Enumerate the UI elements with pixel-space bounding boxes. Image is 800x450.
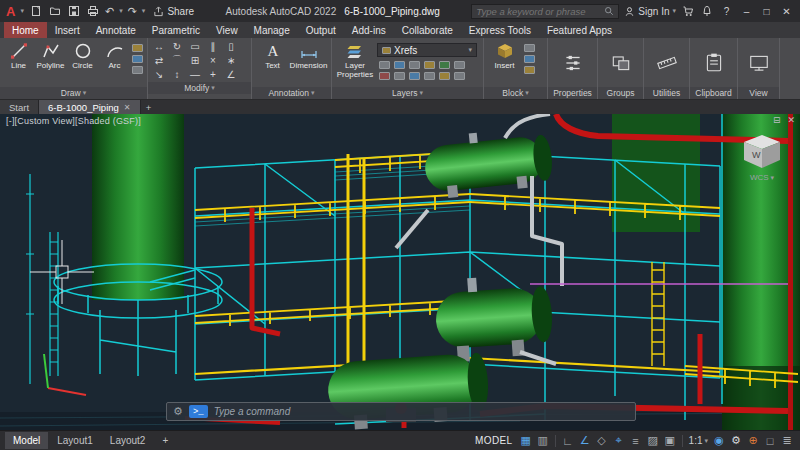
help-icon[interactable]: ? bbox=[719, 6, 734, 17]
panel-title-block[interactable]: Block▾ bbox=[484, 87, 547, 99]
array-icon[interactable]: ⊞ bbox=[186, 53, 204, 67]
join-icon[interactable]: + bbox=[204, 67, 222, 81]
rotate-icon[interactable]: ↻ bbox=[168, 39, 186, 53]
layout1-tab[interactable]: Layout1 bbox=[49, 432, 101, 449]
maximize-window-icon[interactable]: □ bbox=[759, 6, 774, 17]
match-layer-icon[interactable] bbox=[454, 61, 465, 69]
wcs-label[interactable]: WCS bbox=[750, 173, 769, 182]
groups-icon[interactable] bbox=[610, 52, 632, 74]
redo-caret-icon[interactable]: ▾ bbox=[142, 7, 146, 15]
model-space-toggle[interactable]: MODEL bbox=[475, 435, 513, 446]
customization-icon[interactable]: ≣ bbox=[779, 434, 795, 447]
panel-title-groups[interactable]: Groups bbox=[598, 87, 643, 99]
scale-icon[interactable]: ↕ bbox=[168, 67, 186, 81]
undo-caret-icon[interactable]: ▾ bbox=[119, 7, 123, 15]
panel-title-draw[interactable]: Draw▾ bbox=[0, 87, 147, 99]
ribbon-tab-parametric[interactable]: Parametric bbox=[144, 22, 208, 38]
polar-tracking-icon[interactable]: ∠ bbox=[577, 434, 593, 447]
autocad-logo-icon[interactable]: A bbox=[6, 5, 15, 18]
make-current-icon[interactable] bbox=[439, 61, 450, 69]
clipboard-icon[interactable] bbox=[703, 52, 725, 74]
viewport-minimize-icon[interactable]: ⊟ bbox=[773, 115, 781, 125]
layer-walk-icon[interactable] bbox=[439, 72, 450, 80]
selection-cycling-icon[interactable]: ▣ bbox=[662, 434, 678, 447]
ribbon-tab-home[interactable]: Home bbox=[4, 22, 47, 38]
close-drawing-tab-icon[interactable]: ✕ bbox=[124, 103, 131, 112]
panel-title-modify[interactable]: Modify▾ bbox=[148, 82, 251, 94]
cart-icon[interactable] bbox=[681, 4, 695, 18]
trim-icon[interactable]: ▭ bbox=[186, 39, 204, 53]
drawing-canvas[interactable] bbox=[0, 114, 800, 430]
view-icon[interactable] bbox=[748, 52, 770, 74]
drawing-viewport[interactable]: [-][Custom View][Shaded (GSF)] ⊟ ✕ W WCS… bbox=[0, 114, 800, 430]
fillet-icon[interactable]: ⌒ bbox=[168, 53, 186, 67]
insert-tool[interactable]: Insert bbox=[488, 41, 521, 71]
pipe-right-edge[interactable] bbox=[788, 114, 793, 430]
explode-icon[interactable]: ∗ bbox=[222, 53, 240, 67]
stretch-icon[interactable]: ↘ bbox=[150, 67, 168, 81]
offset-icon[interactable]: ∥ bbox=[204, 39, 222, 53]
dimension-tool[interactable]: Dimension bbox=[292, 41, 325, 71]
define-attributes-icon[interactable] bbox=[524, 55, 535, 63]
ribbon-tab-output[interactable]: Output bbox=[298, 22, 344, 38]
viewport-controls-label[interactable]: [-][Custom View][Shaded (GSF)] bbox=[6, 116, 141, 126]
circle-tool[interactable]: Circle bbox=[68, 41, 97, 71]
ribbon-tab-insert[interactable]: Insert bbox=[47, 22, 88, 38]
panel-title-utilities[interactable]: Utilities bbox=[644, 87, 689, 99]
layer-freeze-icon[interactable] bbox=[409, 61, 420, 69]
copy-icon[interactable]: ▯ bbox=[222, 39, 240, 53]
sign-in-button[interactable]: Sign In▾ bbox=[624, 6, 676, 17]
properties-icon[interactable] bbox=[562, 52, 584, 74]
isodraft-icon[interactable]: ◇ bbox=[594, 434, 610, 447]
ribbon-tab-express-tools[interactable]: Express Tools bbox=[461, 22, 539, 38]
command-input[interactable]: Type a command bbox=[214, 406, 291, 417]
viewcube[interactable]: W WCS▾ bbox=[736, 130, 788, 182]
close-window-icon[interactable]: ✕ bbox=[779, 6, 794, 17]
save-icon[interactable] bbox=[67, 4, 81, 18]
move-icon[interactable]: ↔ bbox=[150, 39, 168, 53]
tab-start[interactable]: Start bbox=[0, 100, 39, 114]
ribbon-tab-manage[interactable]: Manage bbox=[246, 22, 298, 38]
command-customize-icon[interactable]: ⚙ bbox=[173, 405, 183, 418]
ribbon-tab-featured-apps[interactable]: Featured Apps bbox=[539, 22, 620, 38]
workspace-icon[interactable]: ⚙ bbox=[728, 434, 744, 447]
panel-title-properties[interactable]: Properties bbox=[548, 87, 597, 99]
plot-icon[interactable] bbox=[86, 4, 100, 18]
xref-layer-dropdown[interactable]: Xrefs ▾ bbox=[377, 43, 477, 57]
undo-icon[interactable]: ↶ bbox=[105, 5, 114, 18]
annotation-scale-button[interactable]: 1:1▾ bbox=[689, 435, 708, 446]
app-menu-caret-icon[interactable]: ▾ bbox=[20, 7, 24, 15]
panel-title-view[interactable]: View bbox=[738, 87, 779, 99]
transparency-icon[interactable]: ▨ bbox=[645, 434, 661, 447]
layer-previous-icon[interactable] bbox=[454, 72, 465, 80]
layer-properties-tool[interactable]: Layer Properties bbox=[336, 41, 374, 80]
viewport-close-icon[interactable]: ✕ bbox=[787, 115, 795, 125]
line-tool[interactable]: Line bbox=[4, 41, 33, 71]
object-snap-icon[interactable]: ⌖ bbox=[611, 434, 627, 447]
lineweight-icon[interactable]: ≡ bbox=[628, 435, 644, 447]
grid-icon[interactable]: ▦ bbox=[518, 434, 534, 447]
layout2-tab[interactable]: Layout2 bbox=[102, 432, 154, 449]
annotation-monitor-icon[interactable]: ⊕ bbox=[745, 434, 761, 447]
annotation-visibility-icon[interactable]: ◉ bbox=[711, 434, 727, 447]
layer-unisolate-icon[interactable] bbox=[394, 72, 405, 80]
utilities-icon[interactable] bbox=[656, 52, 678, 74]
layer-unlock-icon[interactable] bbox=[424, 72, 435, 80]
create-block-icon[interactable] bbox=[524, 66, 535, 74]
layer-isolate-icon[interactable] bbox=[394, 61, 405, 69]
layer-lock-icon[interactable] bbox=[424, 61, 435, 69]
chamfer-icon[interactable]: ∠ bbox=[222, 67, 240, 81]
vessel-column-left[interactable] bbox=[92, 114, 184, 300]
layer-off-icon[interactable] bbox=[379, 61, 390, 69]
hatch-icon[interactable] bbox=[132, 44, 143, 52]
bell-icon[interactable] bbox=[700, 4, 714, 18]
ortho-icon[interactable]: ∟ bbox=[560, 435, 576, 447]
new-layout-button[interactable]: + bbox=[154, 432, 176, 449]
panel-title-annotation[interactable]: Annotation▾ bbox=[252, 87, 331, 99]
tab-drawing[interactable]: 6-B-1000_Piping ✕ bbox=[39, 100, 140, 114]
open-icon[interactable] bbox=[48, 4, 62, 18]
ribbon-tab-view[interactable]: View bbox=[208, 22, 246, 38]
break-icon[interactable]: — bbox=[186, 67, 204, 81]
model-tab[interactable]: Model bbox=[5, 432, 48, 449]
search-icon[interactable] bbox=[604, 6, 614, 16]
